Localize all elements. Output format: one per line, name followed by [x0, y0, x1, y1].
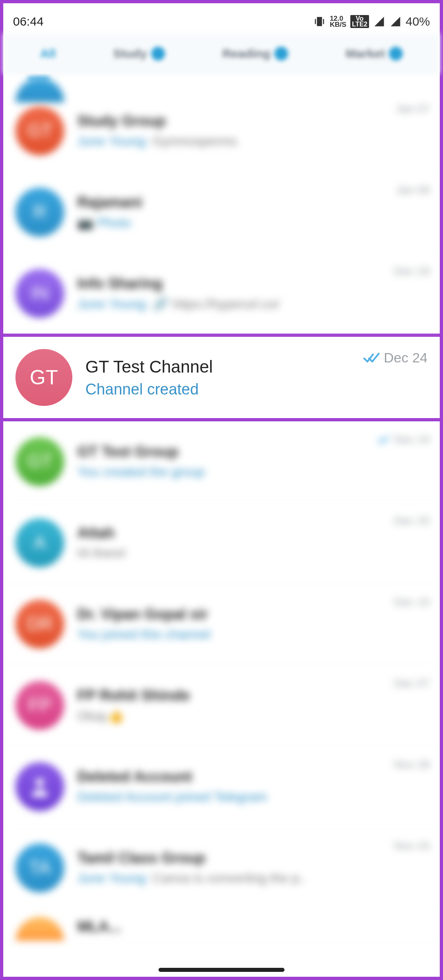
avatar: A	[15, 518, 64, 567]
volte-icon: Vo LTE2	[350, 15, 369, 28]
chat-date: Dec 15	[394, 596, 430, 609]
chat-preview: June Young: Canva is converting the p..	[77, 871, 391, 886]
avatar: GT	[15, 437, 64, 486]
chat-date: Nov 28	[394, 758, 430, 771]
chat-body: Deleted Account Deleted Account joined T…	[77, 768, 391, 804]
avatar	[15, 917, 64, 941]
avatar: GT	[15, 349, 72, 406]
chat-body: Rajamani 📷 Photo	[77, 194, 393, 230]
avatar: FP	[15, 681, 64, 730]
chat-preview: June Young: Gymnosperms	[77, 134, 393, 149]
chat-date: Dec 24	[384, 350, 428, 366]
chat-date: Jan 07	[396, 102, 430, 115]
chat-body: MLA...	[77, 918, 430, 939]
chat-body: Dr. Vipan Gopal sir You joined this chan…	[77, 606, 391, 642]
avatar: DR	[15, 600, 64, 648]
list-item[interactable]: GT GT Test Channel Channel created Dec 2…	[3, 337, 440, 418]
avatar: R	[15, 188, 64, 236]
list-item[interactable]: TA Tamil Class Group June Young: Canva i…	[3, 827, 440, 908]
chat-body: FP Rohit Shinde Okay👍	[77, 687, 391, 724]
chat-preview: Okay👍	[77, 708, 391, 724]
highlighted-chat-wrap: GT GT Test Channel Channel created Dec 2…	[3, 334, 440, 421]
vibrate-icon	[313, 15, 326, 28]
chat-preview: 📷 Photo	[77, 215, 393, 230]
chat-title: FP Rohit Shinde	[77, 687, 391, 704]
status-time: 06:44	[13, 15, 43, 28]
person-icon	[28, 774, 52, 799]
home-indicator[interactable]	[159, 968, 284, 972]
chat-preview: Channel created	[85, 381, 360, 398]
list-item[interactable]: Deleted Account Deleted Account joined T…	[3, 746, 440, 827]
chat-date: Dec 20	[394, 514, 430, 527]
chat-title: Deleted Account	[77, 768, 391, 785]
signal-2-icon	[389, 16, 402, 27]
list-item[interactable]: A Attah Hi there! Dec 20	[3, 502, 440, 583]
chat-preview: You created the group	[77, 464, 374, 479]
data-speed: 12.0 KB/S	[330, 15, 346, 28]
tab-study[interactable]: Study	[113, 47, 165, 61]
avatar	[15, 762, 64, 811]
chat-body: Attah Hi there!	[77, 525, 391, 561]
unread-dot	[274, 47, 288, 61]
chat-body: GT Test Group You created the group	[77, 443, 374, 479]
list-item[interactable]: GT Study Group June Young: Gymnosperms J…	[3, 90, 440, 171]
list-item[interactable]: GT GT Test Group You created the group D…	[3, 421, 440, 502]
chat-body: Tamil Class Group June Young: Canva is c…	[77, 850, 391, 886]
chat-meta: Dec 24	[377, 433, 430, 446]
avatar: GT	[15, 106, 64, 155]
chat-meta: Dec 24	[363, 350, 428, 366]
app-screen: 06:44 12.0 KB/S Vo LTE2 40% All Study	[0, 0, 443, 980]
chat-body: Study Group June Young: Gymnosperms	[77, 113, 393, 149]
read-check-icon	[377, 435, 391, 444]
chat-title: Tamil Class Group	[77, 850, 391, 867]
chat-title: MLA...	[77, 918, 430, 935]
chat-preview: June Young: 🔗 https://hyperurl.co/	[77, 296, 391, 312]
chat-title: Attah	[77, 525, 391, 542]
chat-date: Nov 24	[394, 839, 430, 852]
status-bar: 06:44 12.0 KB/S Vo LTE2 40%	[3, 10, 440, 33]
chat-preview: Deleted Account joined Telegram	[77, 789, 391, 804]
chat-title: Rajamani	[77, 194, 393, 211]
list-item[interactable]: DR Dr. Vipan Gopal sir You joined this c…	[3, 583, 440, 665]
list-item[interactable]: R Rajamani 📷 Photo Jan 06	[3, 171, 440, 253]
chat-title: GT Test Group	[77, 443, 374, 460]
chat-title: Study Group	[77, 113, 393, 130]
chat-preview: You joined this channel	[77, 627, 391, 642]
chat-title: Info Sharing	[77, 275, 391, 292]
tab-reading[interactable]: Reading	[222, 47, 288, 61]
list-item[interactable]: MLA...	[3, 908, 440, 941]
unread-dot	[151, 47, 165, 61]
chat-list[interactable]: GT Study Group June Young: Gymnosperms J…	[3, 74, 440, 963]
chat-body: Info Sharing June Young: 🔗 https://hyper…	[77, 275, 391, 312]
avatar: IN	[15, 269, 64, 318]
status-right: 12.0 KB/S Vo LTE2 40%	[313, 15, 430, 28]
list-item[interactable]	[3, 74, 440, 90]
chat-title: Dr. Vipan Gopal sir	[77, 606, 391, 623]
avatar: TA	[15, 843, 64, 892]
chat-date: Dec 24	[394, 433, 430, 446]
svg-point-0	[36, 778, 44, 787]
chat-date: Dec 29	[394, 265, 430, 278]
list-item[interactable]: IN Info Sharing June Young: 🔗 https://hy…	[3, 253, 440, 334]
chat-title: GT Test Channel	[85, 357, 360, 377]
chat-preview: Hi there!	[77, 546, 391, 561]
tab-market[interactable]: Market	[346, 47, 403, 61]
system-nav-bar[interactable]	[3, 963, 440, 977]
signal-1-icon	[373, 16, 385, 27]
chat-date: Dec 07	[394, 677, 430, 690]
chat-date: Jan 06	[396, 184, 430, 197]
battery-percent: 40%	[406, 15, 430, 28]
tab-all[interactable]: All	[40, 47, 56, 61]
chat-body: GT Test Channel Channel created	[85, 357, 360, 398]
read-check-icon	[363, 352, 380, 364]
unread-dot	[389, 47, 403, 61]
list-item[interactable]: FP FP Rohit Shinde Okay👍 Dec 07	[3, 665, 440, 746]
folder-tabs: All Study Reading Market	[3, 33, 440, 74]
